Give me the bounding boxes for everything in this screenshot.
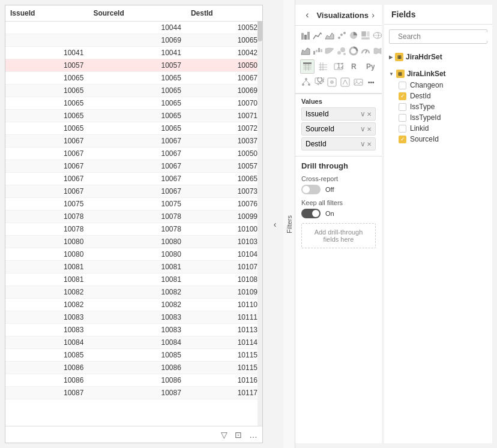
viz-image-icon[interactable] xyxy=(352,75,364,89)
value-pill-destid[interactable]: DestId ∨ ✕ xyxy=(301,137,376,151)
viz-scatter-icon[interactable] xyxy=(336,28,347,43)
viz-pie-chart-icon[interactable] xyxy=(348,28,359,43)
table-row[interactable]: 100831008310113 xyxy=(5,324,262,336)
table-row[interactable]: 100781007810099 xyxy=(5,211,262,223)
viz-area-chart-icon[interactable] xyxy=(324,28,335,43)
table-row[interactable]: 100651006510069 xyxy=(5,85,262,97)
viz-card-icon[interactable]: 123 xyxy=(331,59,346,74)
viz-map-icon[interactable] xyxy=(372,28,382,43)
viz-donut-icon[interactable] xyxy=(348,44,359,58)
field-checkbox-isstypeid[interactable] xyxy=(399,114,406,122)
viz-r-icon[interactable]: R xyxy=(347,59,361,74)
table-row[interactable]: 1004410052 xyxy=(5,22,262,34)
collapse-left-button[interactable]: ‹ xyxy=(268,220,282,229)
table-row[interactable]: 100781007810100 xyxy=(5,223,262,236)
table-row[interactable]: 100861008610115 xyxy=(5,362,262,374)
field-checkbox-isstype[interactable] xyxy=(399,103,406,111)
value-pill-sourceid[interactable]: SourceId ∨ ✕ xyxy=(301,122,376,136)
table-row[interactable]: 100671006710037 xyxy=(5,135,262,148)
table-row[interactable]: 100751007510076 xyxy=(5,198,262,211)
viz-custom2-icon[interactable] xyxy=(339,75,351,89)
table-row[interactable]: 100811008110108 xyxy=(5,273,262,286)
viz-matrix-icon[interactable] xyxy=(316,59,330,74)
field-checkbox-sourceid[interactable] xyxy=(399,136,406,143)
viz-stacked-bar-icon[interactable] xyxy=(300,28,311,43)
table-row[interactable]: 100801008010104 xyxy=(5,248,262,261)
table-row[interactable]: 100801008010103 xyxy=(5,236,262,248)
filters-tab-label[interactable]: Filters xyxy=(283,211,295,238)
viz-qna-icon[interactable]: Q&A xyxy=(313,75,325,89)
viz-table-icon[interactable] xyxy=(300,59,315,74)
viz-gauge-icon[interactable] xyxy=(360,44,371,58)
value3-remove-icon[interactable]: ✕ xyxy=(367,141,372,148)
field-checkbox-linkid[interactable] xyxy=(399,125,406,133)
field-checkbox-destid[interactable] xyxy=(399,92,406,100)
table-row[interactable]: 100861008610116 xyxy=(5,374,262,387)
fields-search-box[interactable] xyxy=(389,29,487,44)
table-row[interactable]: 100811008110107 xyxy=(5,261,262,273)
field-checkbox-changeon[interactable] xyxy=(399,82,406,89)
value2-expand-icon[interactable]: ∨ xyxy=(360,125,366,133)
viz-waterfall-icon[interactable] xyxy=(312,44,323,58)
field-item-isstype[interactable]: IssType xyxy=(389,101,487,112)
viz-collapse-button[interactable]: ‹ xyxy=(303,10,312,20)
field-item-sourceid[interactable]: SourceId xyxy=(389,134,487,145)
table-row[interactable]: 100651006510072 xyxy=(5,122,262,135)
field-group-jirahdrset-header[interactable]: ▶ ⊞ JiraHdrSet xyxy=(389,51,487,63)
value3-expand-icon[interactable]: ∨ xyxy=(360,140,366,148)
table-row[interactable]: 100821008210110 xyxy=(5,299,262,311)
viz-decomp-icon[interactable] xyxy=(300,75,312,89)
search-input[interactable] xyxy=(398,32,488,41)
table-row[interactable]: 100871008710117 xyxy=(5,387,262,399)
table-row[interactable]: 100851008510115 xyxy=(5,349,262,362)
scrollbar[interactable] xyxy=(258,5,262,426)
svg-rect-0 xyxy=(301,33,304,40)
col-header-issueid: IssueId xyxy=(5,5,88,22)
table-row[interactable]: 100671006710065 xyxy=(5,173,262,185)
drill-add-fields-box[interactable]: Add drill-through fields here xyxy=(301,223,376,248)
value2-remove-icon[interactable]: ✕ xyxy=(367,126,372,133)
cross-report-toggle-row: Off xyxy=(301,185,376,194)
table-row[interactable]: 100571005710050 xyxy=(5,59,262,72)
field-item-isstypeid[interactable]: IssTypeId xyxy=(389,112,487,123)
viz-scatter2-icon[interactable] xyxy=(336,44,347,58)
field-group-jiralinkset-header[interactable]: ▼ ⊞ JiraLinkSet xyxy=(389,68,487,80)
more-icon[interactable]: … xyxy=(249,430,258,440)
table-row[interactable]: 100831008310111 xyxy=(5,311,262,324)
viz-treemap-icon[interactable] xyxy=(360,28,371,43)
viz-custom1-icon[interactable] xyxy=(326,75,338,89)
table-row[interactable]: 100651006510067 xyxy=(5,72,262,85)
table-row[interactable]: 100671006710073 xyxy=(5,185,262,198)
table-row[interactable]: 100411004110042 xyxy=(5,47,262,59)
field-item-destid[interactable]: DestId xyxy=(389,91,487,101)
table-scroll-container[interactable]: IssueId SourceId DestId 1004410052100691… xyxy=(5,5,262,423)
filter-icon[interactable]: ▽ xyxy=(221,430,227,440)
table-row[interactable]: 100651006510071 xyxy=(5,110,262,122)
value-pill-issueid[interactable]: IssueId ∨ ✕ xyxy=(301,107,376,121)
field-item-changeon[interactable]: Changeon xyxy=(389,80,487,91)
keep-filters-toggle[interactable] xyxy=(301,209,321,218)
expand-icon[interactable]: ⊡ xyxy=(235,430,242,440)
viz-next-button[interactable]: › xyxy=(372,10,375,20)
table-row[interactable]: 100671006710050 xyxy=(5,148,262,160)
svg-rect-13 xyxy=(316,50,318,52)
viz-python-icon[interactable]: Py xyxy=(363,59,377,74)
cross-report-toggle[interactable] xyxy=(301,185,321,194)
viz-more3-icon[interactable]: ••• xyxy=(365,75,377,89)
drill-through-section: Drill through Cross-report Off Keep all … xyxy=(295,156,382,253)
table-row[interactable]: 100671006710057 xyxy=(5,160,262,173)
viz-area2-icon[interactable] xyxy=(300,44,311,58)
value-remove-icon[interactable]: ✕ xyxy=(367,111,372,118)
table-row[interactable]: 100651006510070 xyxy=(5,97,262,110)
table-row[interactable]: 1006910065 xyxy=(5,34,262,47)
table-row[interactable]: 100821008210109 xyxy=(5,286,262,299)
value-expand-icon[interactable]: ∨ xyxy=(360,110,366,118)
viz-ribbon-icon[interactable] xyxy=(324,44,335,58)
svg-text:Q&A: Q&A xyxy=(317,77,324,84)
svg-point-17 xyxy=(340,47,345,52)
table-row[interactable]: 100841008410114 xyxy=(5,336,262,349)
viz-filled-map-icon[interactable] xyxy=(372,44,382,58)
field-item-linkid[interactable]: Linkid xyxy=(389,123,487,134)
viz-container: ‹ Visualizations › xyxy=(295,5,382,443)
viz-line-chart-icon[interactable] xyxy=(312,28,323,43)
